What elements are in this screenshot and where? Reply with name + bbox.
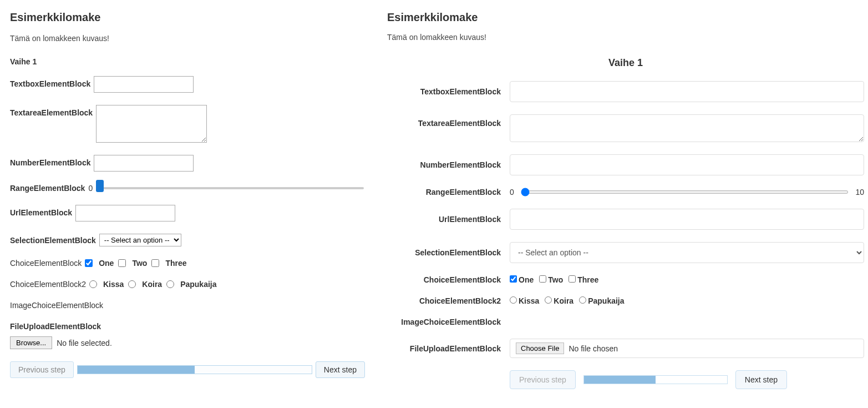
range-max: 10: [855, 188, 864, 197]
form-variant-right: Esimerkkilomake Tämä on lomakkeen kuvaus…: [387, 11, 864, 389]
step-nav: Previous step Next step: [10, 361, 365, 378]
range-input[interactable]: [96, 187, 364, 189]
choice2-group: Kissa Koira Papukaija: [510, 296, 864, 305]
choice2-koira-label: Koira: [142, 280, 162, 289]
progress-bar: [77, 365, 312, 374]
fileupload-label: FileUploadElementBlock: [10, 322, 101, 331]
url-label: UrlElementBlock: [387, 215, 501, 224]
choice-label: ChoiceElementBlock: [10, 259, 82, 268]
choice2-papukaija-label: Papukaija: [180, 280, 216, 289]
number-input[interactable]: [510, 154, 864, 175]
choice2-koira-radio[interactable]: [128, 280, 136, 288]
form-variant-left: Esimerkkilomake Tämä on lomakkeen kuvaus…: [10, 11, 365, 389]
step-heading: Vaihe 1: [10, 57, 365, 66]
range-input[interactable]: [521, 190, 849, 194]
form-description: Tämä on lomakkeen kuvaus!: [10, 34, 365, 43]
url-input[interactable]: [75, 205, 175, 221]
range-label: RangeElementBlock: [10, 184, 85, 193]
imagechoice-label: ImageChoiceElementBlock: [387, 318, 501, 326]
choice2-kissa-radio[interactable]: [510, 296, 517, 304]
fileupload-label: FileUploadElementBlock: [387, 344, 501, 353]
textbox-label: TextboxElementBlock: [387, 87, 501, 96]
textarea-input[interactable]: [510, 114, 864, 142]
choice-label: ChoiceElementBlock: [387, 275, 501, 284]
choice-two-checkbox[interactable]: [539, 275, 546, 283]
number-label: NumberElementBlock: [387, 160, 501, 169]
step-nav: Previous step Next step: [510, 370, 864, 389]
choice-two-checkbox[interactable]: [118, 259, 126, 267]
file-status: No file selected.: [57, 339, 112, 347]
choice2-koira-label: Koira: [554, 296, 573, 305]
choice2-label: ChoiceElementBlock2: [387, 296, 501, 305]
number-label: NumberElementBlock: [10, 155, 90, 167]
choice2-papukaija-label: Papukaija: [588, 296, 624, 305]
previous-step-button[interactable]: Previous step: [10, 361, 74, 378]
textarea-input[interactable]: [96, 105, 207, 143]
url-label: UrlElementBlock: [10, 205, 72, 217]
choice-one-checkbox[interactable]: [85, 259, 93, 267]
url-input[interactable]: [510, 209, 864, 230]
imagechoice-label: ImageChoiceElementBlock: [10, 301, 103, 310]
textarea-label: TextareaElementBlock: [387, 114, 501, 128]
next-step-button[interactable]: Next step: [316, 361, 365, 378]
step-heading: Vaihe 1: [387, 57, 864, 69]
file-status: No file chosen: [568, 344, 618, 353]
progress-fill: [584, 376, 656, 384]
choice-three-label: Three: [577, 275, 598, 284]
range-min: 0: [510, 188, 514, 197]
choice-two-label: Two: [132, 259, 147, 268]
choice2-koira-radio[interactable]: [545, 296, 552, 304]
choice2-papukaija-radio[interactable]: [579, 296, 586, 304]
progress-fill: [78, 366, 195, 374]
next-step-button[interactable]: Next step: [735, 370, 787, 389]
file-browse-button[interactable]: Choose File: [516, 342, 564, 354]
form-description: Tämä on lomakkeen kuvaus!: [387, 33, 864, 42]
choice-one-label: One: [99, 259, 114, 268]
textbox-input[interactable]: [94, 76, 194, 93]
choice2-label: ChoiceElementBlock2: [10, 280, 86, 289]
form-title: Esimerkkilomake: [10, 11, 365, 24]
file-browse-button[interactable]: Browse...: [10, 336, 52, 349]
choice-three-checkbox[interactable]: [568, 275, 576, 283]
previous-step-button[interactable]: Previous step: [510, 370, 576, 389]
progress-bar: [583, 375, 728, 384]
textbox-label: TextboxElementBlock: [10, 76, 90, 88]
selection-input[interactable]: -- Select an option --: [510, 242, 864, 263]
file-input-wrapper[interactable]: Choose File No file chosen: [510, 339, 864, 358]
selection-label: SelectionElementBlock: [10, 236, 96, 245]
choice-three-label: Three: [165, 259, 186, 268]
range-label: RangeElementBlock: [387, 188, 501, 197]
choice-two-label: Two: [548, 275, 563, 284]
choice-three-checkbox[interactable]: [151, 259, 159, 267]
choice2-kissa-label: Kissa: [103, 280, 124, 289]
choice-one-label: One: [519, 275, 534, 284]
number-input[interactable]: [94, 155, 194, 172]
choice2-papukaija-radio[interactable]: [166, 280, 174, 288]
textbox-input[interactable]: [510, 81, 864, 102]
choice-one-checkbox[interactable]: [510, 275, 517, 283]
choice2-group: Kissa Koira Papukaija: [89, 280, 217, 289]
textarea-label: TextareaElementBlock: [10, 105, 93, 117]
selection-input[interactable]: -- Select an option --: [99, 234, 181, 246]
range-value: 0: [88, 184, 93, 193]
choice-group: One Two Three: [510, 275, 864, 284]
choice2-kissa-label: Kissa: [519, 296, 539, 305]
form-title: Esimerkkilomake: [387, 11, 864, 24]
choice2-kissa-radio[interactable]: [89, 280, 97, 288]
choice-group: One Two Three: [85, 259, 186, 268]
selection-label: SelectionElementBlock: [387, 248, 501, 257]
